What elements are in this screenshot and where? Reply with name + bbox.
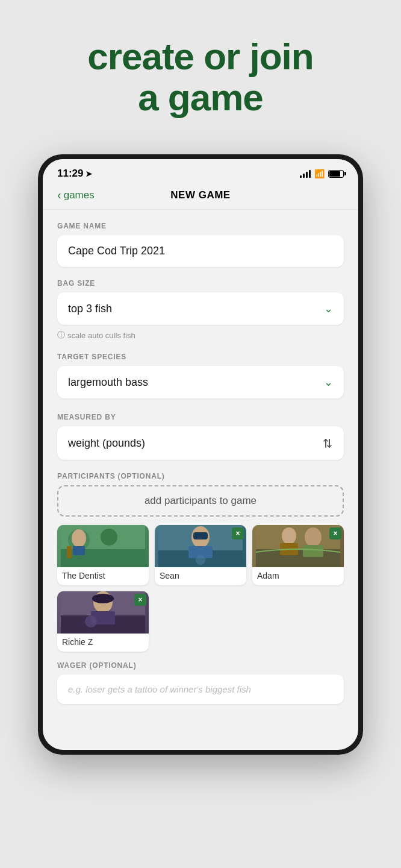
status-bar: 11:29 ➤ 📶 [43, 159, 358, 183]
bag-size-select[interactable]: top 3 fish ⌄ [57, 292, 344, 325]
list-item: × Richie Z [57, 591, 149, 652]
svg-rect-11 [193, 532, 208, 539]
add-participants-button[interactable]: add participants to game [57, 485, 344, 517]
status-icons: 📶 [300, 169, 344, 178]
chevron-left-icon: ‹ [57, 188, 61, 202]
participants-label: PARTICIPANTS (optional) [57, 472, 344, 480]
participant-remove-adam[interactable]: × [329, 527, 341, 539]
game-name-label: GAME NAME [57, 222, 344, 230]
list-item: × Sean [155, 525, 246, 585]
measured-by-value: weight (pounds) [68, 437, 145, 450]
participants-grid: The Dentist [57, 525, 344, 652]
phone-mockup: 11:29 ➤ 📶 ‹ games N [38, 154, 363, 755]
back-label[interactable]: games [64, 189, 95, 201]
game-name-input[interactable]: Cape Cod Trip 2021 [57, 235, 344, 267]
chevron-down-icon: ⌄ [324, 376, 333, 389]
signal-icon [300, 169, 311, 178]
measured-by-label: MEASURED BY [57, 413, 344, 421]
status-time: 11:29 ➤ [57, 168, 92, 180]
form-content: GAME NAME Cape Cod Trip 2021 BAG SIZE to… [43, 210, 358, 716]
phone-screen: 11:29 ➤ 📶 ‹ games N [43, 159, 358, 750]
participant-remove-richie[interactable]: × [134, 594, 146, 606]
svg-point-23 [92, 594, 114, 603]
list-item: The Dentist [57, 525, 149, 585]
target-species-label: TARGET SPECIES [57, 353, 344, 361]
wager-input[interactable]: e.g. loser gets a tattoo of winner's big… [57, 675, 344, 704]
list-item: × Adam [252, 525, 344, 585]
target-species-value: largemouth bass [68, 376, 148, 389]
swap-icon[interactable]: ⇄ [321, 438, 335, 448]
participant-name-sean: Sean [155, 567, 246, 585]
bag-size-info: ⓘ scale auto culls fish [57, 330, 344, 341]
wager-section: WAGER (optional) e.g. loser gets a tatto… [57, 661, 344, 704]
navigation-arrow-icon: ➤ [85, 169, 92, 178]
nav-bar: ‹ games NEW GAME [43, 183, 358, 210]
svg-rect-4 [67, 546, 72, 558]
svg-point-15 [282, 527, 296, 544]
svg-point-24 [85, 615, 97, 627]
svg-rect-6 [73, 546, 85, 555]
participant-photo-dentist [57, 525, 149, 567]
svg-point-17 [305, 527, 322, 547]
participant-remove-sean[interactable]: × [232, 527, 244, 539]
wager-label: WAGER (optional) [57, 661, 344, 670]
info-icon: ⓘ [57, 330, 65, 341]
hero-title: create or join a game [24, 36, 377, 118]
participants-section: PARTICIPANTS (optional) add participants… [57, 472, 344, 652]
wifi-icon: 📶 [314, 169, 325, 178]
participant-name-adam: Adam [252, 567, 344, 585]
target-species-select[interactable]: largemouth bass ⌄ [57, 366, 344, 398]
hero-section: create or join a game [0, 0, 401, 142]
bag-size-label: BAG SIZE [57, 279, 344, 288]
participant-name-richie: Richie Z [57, 634, 149, 652]
participant-name-dentist: The Dentist [57, 567, 149, 585]
svg-point-12 [196, 555, 205, 565]
battery-icon [328, 170, 344, 178]
bag-size-value: top 3 fish [68, 303, 112, 315]
measured-by-select[interactable]: weight (pounds) ⇄ [57, 426, 344, 460]
back-button[interactable]: ‹ games [57, 188, 95, 202]
svg-point-3 [101, 529, 117, 546]
nav-title: NEW GAME [170, 189, 230, 201]
svg-point-5 [72, 529, 86, 547]
chevron-down-icon: ⌄ [324, 302, 333, 315]
svg-rect-18 [303, 545, 323, 557]
